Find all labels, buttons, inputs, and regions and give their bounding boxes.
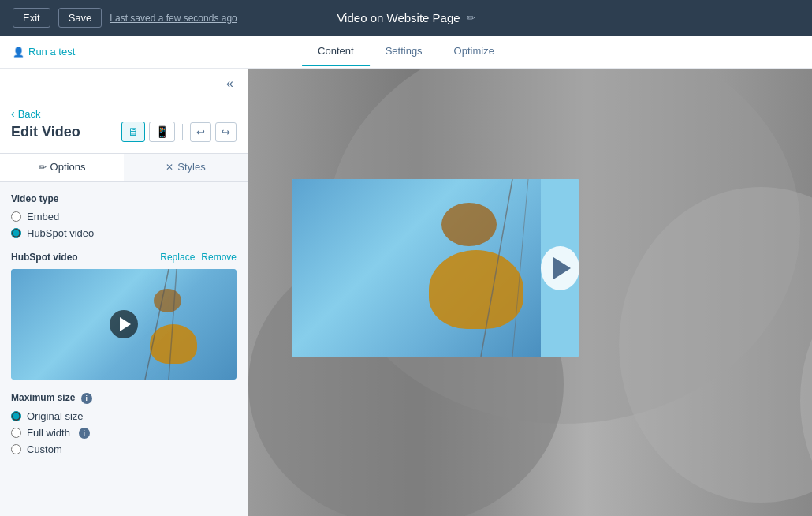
video-type-group: Video type Embed HubSpot video <box>11 193 237 239</box>
back-arrow-icon: ‹ <box>11 107 15 120</box>
person-icon: 👤 <box>13 47 24 58</box>
options-tab-label: Options <box>50 161 86 173</box>
replace-remove-controls: Replace Remove <box>160 252 237 263</box>
undo-button[interactable]: ↩ <box>190 122 211 142</box>
custom-size-option[interactable]: Custom <box>11 443 237 455</box>
page-title: Video on Website Page ✏ <box>337 11 475 24</box>
video-bird-main <box>429 250 523 329</box>
mobile-view-button[interactable]: 📱 <box>149 122 175 142</box>
tab-settings[interactable]: Settings <box>370 37 438 66</box>
video-player-bg <box>292 179 541 357</box>
canvas-area <box>248 69 812 516</box>
original-size-radio[interactable] <box>11 411 21 421</box>
maximum-size-label: Maximum size i <box>11 392 237 404</box>
edit-video-title: Edit Video <box>11 124 80 140</box>
max-size-info-icon[interactable]: i <box>81 393 92 404</box>
video-player[interactable] <box>292 179 579 357</box>
original-size-label: Original size <box>27 410 84 422</box>
video-type-label: Video type <box>11 193 237 204</box>
full-width-option[interactable]: Full width i <box>11 427 237 439</box>
main-layout: « ‹ Back Edit Video 🖥 📱 ↩ ↪ <box>0 69 812 516</box>
edit-title-icon[interactable]: ✏ <box>467 12 475 24</box>
full-width-info-icon[interactable]: i <box>79 428 90 439</box>
options-styles-tabs: ✏ Options ✕ Styles <box>0 154 248 182</box>
custom-size-label: Custom <box>27 443 62 455</box>
sidebar-top-controls: Edit Video 🖥 📱 ↩ ↪ <box>0 122 248 150</box>
original-size-option[interactable]: Original size <box>11 410 237 422</box>
divider <box>182 124 183 140</box>
tab-options[interactable]: ✏ Options <box>0 154 124 181</box>
replace-button[interactable]: Replace <box>160 252 195 263</box>
tab-styles[interactable]: ✕ Styles <box>124 154 248 181</box>
sidebar-top-section: ‹ Back Edit Video 🖥 📱 ↩ ↪ <box>0 99 248 154</box>
thumb-bird-bottom <box>150 324 197 364</box>
save-button[interactable]: Save <box>58 8 102 28</box>
page-title-text: Video on Website Page <box>337 11 460 24</box>
embed-label: Embed <box>27 211 59 222</box>
tab-optimize[interactable]: Optimize <box>438 37 510 66</box>
top-bar: Exit Save Last saved a few seconds ago V… <box>0 0 812 36</box>
collapse-button[interactable]: « <box>222 75 238 92</box>
hubspot-radio[interactable] <box>11 228 21 238</box>
video-thumbnail[interactable] <box>11 269 237 380</box>
run-test-label: Run a test <box>28 46 75 58</box>
x-icon: ✕ <box>166 162 173 173</box>
hubspot-video-option[interactable]: HubSpot video <box>11 227 237 239</box>
full-width-label: Full width <box>27 427 70 439</box>
embed-option[interactable]: Embed <box>11 211 237 222</box>
maximum-size-group: Maximum size i Original size Full width … <box>11 392 237 455</box>
play-triangle-icon <box>120 317 131 331</box>
sidebar: « ‹ Back Edit Video 🖥 📱 ↩ ↪ <box>0 69 248 516</box>
exit-button[interactable]: Exit <box>13 8 50 28</box>
hubspot-video-field-label: HubSpot video <box>11 252 78 263</box>
nav-tabs: Content Settings Optimize <box>302 37 510 66</box>
hubspot-video-header: HubSpot video Replace Remove <box>11 252 237 263</box>
embed-radio[interactable] <box>11 211 21 222</box>
hubspot-label: HubSpot video <box>27 227 94 239</box>
run-test-link[interactable]: 👤 Run a test <box>13 46 75 58</box>
back-link[interactable]: ‹ Back <box>0 99 248 122</box>
video-bird-top <box>441 203 497 246</box>
redo-button[interactable]: ↪ <box>215 122 237 142</box>
custom-size-radio[interactable] <box>11 444 21 454</box>
thumbnail-play-button[interactable] <box>110 310 138 338</box>
play-triangle-overlay-icon <box>553 257 571 279</box>
styles-tab-label: Styles <box>177 161 205 173</box>
sub-nav: 👤 Run a test Content Settings Optimize <box>0 36 812 69</box>
tab-content[interactable]: Content <box>302 37 370 66</box>
sidebar-header: « <box>0 69 248 99</box>
pencil-icon: ✏ <box>39 162 47 173</box>
sidebar-content: Video type Embed HubSpot video HubSpot v… <box>0 182 248 479</box>
video-play-button[interactable] <box>541 246 579 290</box>
remove-button[interactable]: Remove <box>201 252 237 263</box>
last-saved-label: Last saved a few seconds ago <box>110 13 237 24</box>
desktop-icon: 🖥 <box>128 125 139 138</box>
mobile-icon: 📱 <box>155 125 169 138</box>
max-size-text: Maximum size <box>11 392 75 403</box>
desktop-view-button[interactable]: 🖥 <box>121 122 145 142</box>
back-label: Back <box>18 108 41 120</box>
thumb-bird-top <box>154 289 181 312</box>
hubspot-video-group: HubSpot video Replace Remove <box>11 252 237 380</box>
device-undo-controls: 🖥 📱 ↩ ↪ <box>121 122 237 142</box>
full-width-radio[interactable] <box>11 428 21 438</box>
